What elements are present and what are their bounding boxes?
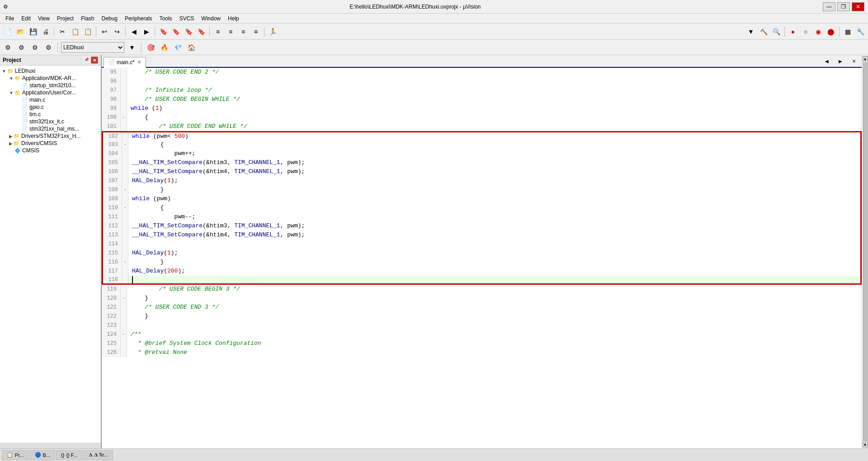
fold-button <box>121 86 127 95</box>
tree-expand-icon[interactable]: ▼ <box>2 69 6 74</box>
sidebar-item-drivers-cmsis[interactable]: ▶📁Drivers/CMSIS <box>0 140 101 147</box>
menu-item-peripherals[interactable]: Peripherals <box>121 14 156 23</box>
align4-button[interactable]: ≡ <box>250 26 262 38</box>
tab-close-button[interactable]: ✕ <box>137 60 141 65</box>
menu-item-window[interactable]: Window <box>198 14 224 23</box>
fold-button[interactable]: − <box>122 258 128 267</box>
sidebar-pin-button[interactable]: 📌 <box>83 56 90 63</box>
tree-expand-icon[interactable]: ▼ <box>9 76 14 81</box>
fold-button[interactable]: − <box>121 330 127 339</box>
fold-button[interactable]: − <box>122 140 128 149</box>
align1-button[interactable]: ≡ <box>212 26 224 38</box>
tree-expand-icon[interactable]: ▶ <box>9 134 13 139</box>
target-btn2[interactable]: 🔥 <box>158 42 170 53</box>
new-file-button[interactable]: 📄 <box>2 26 14 38</box>
right-scrollbar[interactable]: ▲ ▼ <box>862 55 868 448</box>
align2-button[interactable]: ≡ <box>225 26 236 38</box>
menu-item-help[interactable]: Help <box>224 14 243 23</box>
dropdown-button[interactable]: ▼ <box>745 26 757 38</box>
sidebar-item-startup[interactable]: 📄startup_stm32f10... <box>0 82 101 89</box>
maximize-button[interactable]: ❐ <box>837 2 850 11</box>
bottom-tab-b[interactable]: 🔵B... <box>30 450 56 460</box>
main-c-tab[interactable]: 📄 main.c* ✕ <box>104 57 146 68</box>
target-btn1[interactable]: 🎯 <box>145 42 156 53</box>
menu-item-debug[interactable]: Debug <box>98 14 121 23</box>
sidebar-scrollbar-h[interactable] <box>0 443 101 448</box>
debug-stop-button[interactable]: ● <box>787 26 799 38</box>
sidebar-item-cmsis[interactable]: 💠CMSIS <box>0 147 101 154</box>
line-number: 100 <box>102 113 121 122</box>
toolbar-sep5 <box>209 27 210 37</box>
debug-circle-button[interactable]: ○ <box>800 26 811 38</box>
tree-item-label: CMSIS <box>22 147 39 154</box>
find-button[interactable]: 🔍 <box>770 26 782 38</box>
tab-close-all-button[interactable]: ✕ <box>848 55 860 67</box>
target-btn3[interactable]: 💎 <box>172 42 184 53</box>
tab-scroll-left-button[interactable]: ◀ <box>821 55 833 67</box>
menu-item-svcs[interactable]: SVCS <box>176 14 198 23</box>
project-dropdown-button[interactable]: ▼ <box>126 42 138 53</box>
sidebar-item-stm32-hal-ms[interactable]: 📄stm32f1xx_hal_ms... <box>0 125 101 132</box>
bookmark4-button[interactable]: 🔖 <box>195 26 207 38</box>
tab-scroll-right-button[interactable]: ▶ <box>835 55 846 67</box>
toolbar-sep4 <box>155 27 155 37</box>
menu-item-project[interactable]: Project <box>53 14 77 23</box>
copy-button[interactable]: 📋 <box>69 26 81 38</box>
cut-button[interactable]: ✂ <box>57 26 68 38</box>
menu-item-edit[interactable]: Edit <box>18 14 34 23</box>
bookmark1-button[interactable]: 🔖 <box>157 26 169 38</box>
tb2-btn1[interactable]: ⚙ <box>2 42 14 53</box>
debug-red2-button[interactable]: ◉ <box>812 26 824 38</box>
code-line: 116− } <box>102 258 862 267</box>
target-btn4[interactable]: 🏠 <box>185 42 197 53</box>
project-select[interactable]: LEDhuxi <box>61 42 124 53</box>
build-button[interactable]: 🔨 <box>758 26 769 38</box>
close-button[interactable]: ✕ <box>852 2 864 11</box>
menu-item-view[interactable]: View <box>34 14 53 23</box>
fold-button[interactable]: − <box>121 294 127 303</box>
menu-item-tools[interactable]: Tools <box>156 14 176 23</box>
sidebar-item-tim-c[interactable]: 📄tim.c <box>0 111 101 118</box>
sidebar-item-main-c[interactable]: 📄main.c <box>0 96 101 103</box>
sidebar-item-app-mdk[interactable]: ▼📁Application/MDK-AR... <box>0 75 101 82</box>
scroll-thumb[interactable] <box>863 62 868 441</box>
sidebar-item-gpio-c[interactable]: 📄gpio.c <box>0 103 101 111</box>
align3-button[interactable]: ≡ <box>237 26 249 38</box>
menu-item-file[interactable]: File <box>2 14 18 23</box>
bottom-tab-f[interactable]: {}{} F... <box>56 450 82 460</box>
redo-button[interactable]: ↪ <box>111 26 123 38</box>
sidebar-item-drivers-stm32[interactable]: ▶📁Drivers/STM32F1xx_H... <box>0 132 101 140</box>
code-editor[interactable]: 95 /* USER CODE END 2 */9697 /* Infinite… <box>102 68 862 448</box>
debug-red3-button[interactable]: ⬤ <box>825 26 837 38</box>
undo-button[interactable]: ↩ <box>99 26 110 38</box>
tree-expand-icon[interactable]: ▶ <box>9 141 13 146</box>
tb2-btn2[interactable]: ⚙ <box>15 42 27 53</box>
bottom-tab-pr[interactable]: 📋Pr... <box>2 450 29 460</box>
view-toggle-button[interactable]: ▦ <box>842 26 854 38</box>
sidebar-item-stm32f1xx-it[interactable]: 📄stm32f1xx_it.c <box>0 118 101 125</box>
nav-fwd-button[interactable]: ▶ <box>141 26 152 38</box>
sidebar-close-button[interactable]: ✕ <box>91 56 98 64</box>
fold-button[interactable]: − <box>121 113 127 122</box>
bookmark2-button[interactable]: 🔖 <box>170 26 182 38</box>
save-button[interactable]: 💾 <box>27 26 39 38</box>
menu-item-flash[interactable]: Flash <box>77 14 98 23</box>
bookmark3-button[interactable]: 🔖 <box>183 26 194 38</box>
minimize-button[interactable]: — <box>823 2 835 11</box>
nav-back-button[interactable]: ◀ <box>128 26 140 38</box>
settings-button[interactable]: 🔧 <box>854 26 866 38</box>
run-button[interactable]: 🏃 <box>267 26 278 38</box>
paste-button[interactable]: 📋 <box>82 26 94 38</box>
tree-expand-icon[interactable]: ▼ <box>9 90 14 95</box>
fold-button[interactable]: − <box>122 203 128 212</box>
tb2-btn3[interactable]: ⚙ <box>29 42 41 53</box>
fold-button[interactable]: − <box>122 185 128 194</box>
sidebar-item-ledhxi-root[interactable]: ▼📁LEDhuxi <box>0 67 101 75</box>
scroll-up-button[interactable]: ▲ <box>863 56 868 61</box>
open-button[interactable]: 📂 <box>14 26 26 38</box>
save-all-button[interactable]: 🖨 <box>40 26 52 38</box>
scroll-down-button[interactable]: ▼ <box>863 442 868 447</box>
bottom-tab-te[interactable]: 𝚫𝚫 Te... <box>84 450 113 460</box>
sidebar-item-app-user[interactable]: ▼📁Application/User/Cor... <box>0 89 101 96</box>
tb2-btn4[interactable]: ⚙ <box>42 42 54 53</box>
